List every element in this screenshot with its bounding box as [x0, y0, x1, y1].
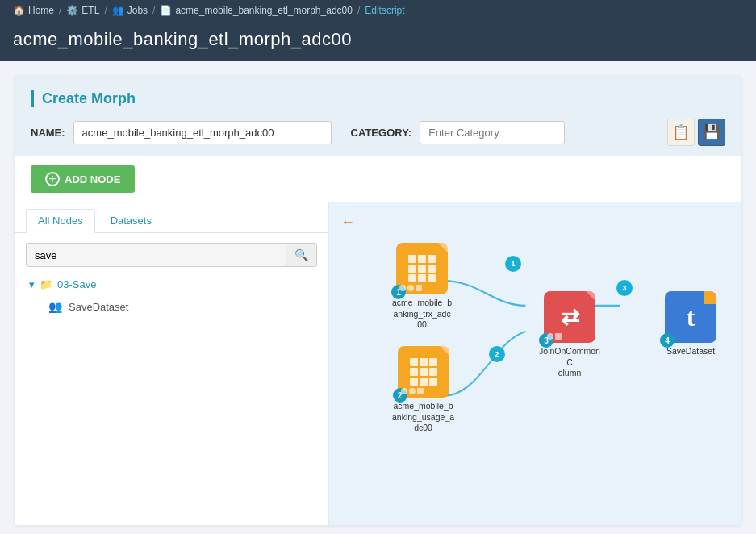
tabs: All Nodes Datasets — [15, 202, 328, 233]
save-icon-btn[interactable]: 💾 — [698, 119, 725, 146]
item-label: SaveDataset — [69, 301, 128, 313]
node-box-orange-1: 1 — [396, 243, 448, 294]
name-group: NAME: — [31, 121, 332, 144]
category-label: CATEGORY: — [351, 127, 412, 139]
node-box-blue: t 4 — [665, 291, 716, 343]
node-join[interactable]: ⇄ 3 JoinOnCommonColumn — [537, 291, 602, 379]
node-label-2: acme_mobile_banking_usage_adc00 — [392, 401, 454, 434]
add-node-button[interactable]: + ADD NODE — [31, 165, 135, 193]
back-arrow-button[interactable]: ← — [340, 214, 355, 231]
form-row: NAME: CATEGORY: 📋 💾 — [31, 119, 725, 146]
category-input[interactable] — [420, 121, 565, 144]
tab-datasets[interactable]: Datasets — [98, 209, 164, 232]
clipboard-icon-btn[interactable]: 📋 — [667, 119, 695, 146]
sep4: / — [357, 5, 360, 16]
node-box-red: ⇄ 3 — [544, 291, 595, 343]
topbar: 🏠 Home / ⚙️ ETL / 👥 Jobs / 📄 acme_mobile… — [0, 0, 756, 21]
sep1: / — [59, 5, 61, 16]
card-body: All Nodes Datasets 🔍 ▾ 📁 03-Save — [15, 202, 741, 525]
connectors-svg — [329, 202, 741, 525]
page-title: acme_mobile_banking_etl_morph_adc00 — [13, 29, 352, 49]
plus-icon: + — [45, 172, 60, 186]
letter-t-icon: t — [687, 302, 695, 332]
node-save-dataset[interactable]: t 4 SaveDataset — [665, 291, 716, 357]
tab-all-nodes[interactable]: All Nodes — [26, 209, 95, 233]
left-panel: All Nodes Datasets 🔍 ▾ 📁 03-Save — [15, 202, 329, 525]
node-acme-trx[interactable]: 1 acme_mobile_banking_trx_adc00 — [392, 243, 452, 331]
create-morph-title: Create Morph — [31, 90, 725, 107]
node-bottom-icons-1 — [399, 285, 422, 291]
conn-dot-3: 3 — [616, 280, 633, 296]
tree-folder-03-save[interactable]: ▾ 📁 03-Save — [23, 273, 320, 295]
yellow-corner — [704, 291, 716, 304]
shuffle-icon: ⇄ — [561, 304, 579, 331]
node-bottom-icons-2 — [401, 388, 424, 394]
active-breadcrumb: Editscript — [365, 5, 404, 16]
main-content: Create Morph NAME: CATEGORY: 📋 💾 + — [0, 76, 756, 534]
node-label-4: SaveDataset — [666, 346, 715, 357]
node-label-3: JoinOnCommonColumn — [537, 346, 602, 379]
list-item[interactable]: 👥 SaveDataset — [23, 295, 320, 318]
node-label-1: acme_mobile_banking_trx_adc00 — [392, 298, 452, 331]
tree-list: ▾ 📁 03-Save 👥 SaveDataset — [15, 273, 328, 318]
sep2: / — [104, 5, 107, 16]
node-fold-3 — [586, 291, 595, 301]
search-input-wrap: 🔍 — [26, 243, 317, 267]
node-fold-1 — [438, 243, 448, 252]
node-grid-1 — [408, 255, 436, 282]
node-box-orange-2: 2 — [398, 346, 449, 398]
node-bottom-icons-3 — [547, 333, 562, 340]
home-text[interactable]: Home — [28, 5, 54, 16]
add-node-label: ADD NODE — [65, 173, 120, 186]
etl-link[interactable]: ETL — [81, 5, 99, 16]
name-input[interactable] — [73, 121, 332, 144]
canvas-area: ← 1 2 3 — [329, 202, 741, 525]
node-grid-2 — [410, 358, 437, 386]
etl-icon: ⚙️ — [66, 5, 78, 16]
card-header: Create Morph NAME: CATEGORY: 📋 💾 — [15, 76, 741, 156]
script-icon: 📄 — [160, 5, 172, 16]
node-badge-4: 4 — [660, 333, 675, 348]
main-card: Create Morph NAME: CATEGORY: 📋 💾 + — [15, 76, 741, 525]
category-group: CATEGORY: — [351, 121, 566, 144]
node-acme-usage[interactable]: 2 acme_mobile_banking_usage_adc00 — [392, 346, 454, 434]
page-title-bar: acme_mobile_banking_etl_morph_adc00 — [0, 21, 756, 61]
name-label: NAME: — [31, 127, 65, 139]
conn-dot-1: 1 — [505, 256, 521, 272]
home-link[interactable]: 🏠 — [13, 5, 25, 16]
sep3: / — [152, 5, 155, 16]
folder-icon: 📁 — [40, 278, 52, 290]
chevron-icon: ▾ — [29, 278, 35, 290]
search-button[interactable]: 🔍 — [286, 244, 316, 266]
node-fold-2 — [440, 346, 449, 356]
conn-dot-2: 2 — [489, 346, 505, 362]
search-box: 🔍 — [15, 233, 328, 273]
jobs-icon: 👥 — [112, 5, 124, 16]
dataset-icon: 👥 — [48, 300, 62, 313]
search-input[interactable] — [27, 244, 286, 266]
script-link[interactable]: acme_mobile_banking_etl_morph_adc00 — [175, 5, 352, 16]
folder-label: 03-Save — [57, 278, 96, 290]
jobs-link[interactable]: Jobs — [127, 5, 148, 16]
